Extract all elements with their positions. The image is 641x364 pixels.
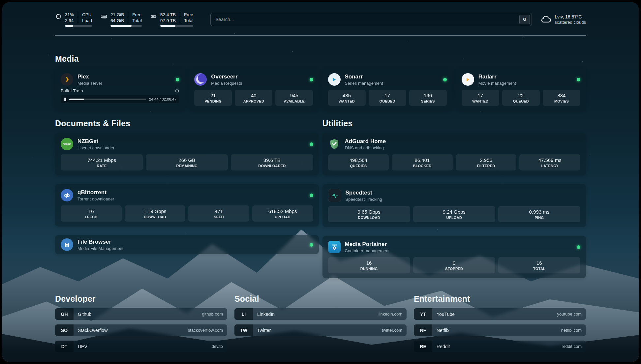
weather-condition: scattered clouds <box>555 20 586 25</box>
stat-label: LEECH <box>62 215 120 219</box>
card-header: nzbget NZBGet Usenet downloader <box>61 138 313 150</box>
stat-label: STOPPED <box>414 267 494 271</box>
search-bar[interactable]: G <box>210 13 532 26</box>
settings-gear-icon[interactable]: ⚙ <box>175 88 179 93</box>
stat-value: 39.6 TB <box>232 157 312 163</box>
bookmark-github[interactable]: GH Github github.com <box>55 308 227 320</box>
section-title-documents: Documents & Files <box>55 119 319 128</box>
plex-icon[interactable] <box>61 73 73 86</box>
bookmark-netflix[interactable]: NF Netflix netflix.com <box>414 324 586 336</box>
bookmark-twitter[interactable]: TW Twitter twitter.com <box>234 324 407 336</box>
stat-value: 0 <box>414 260 494 266</box>
overseerr-icon[interactable] <box>194 73 207 86</box>
app-subtitle: Usenet downloader <box>77 145 114 150</box>
sonarr-icon[interactable] <box>328 73 341 86</box>
ram-usage-fill <box>110 25 132 27</box>
app-card-radarr[interactable]: Radarr Movie management 17 WANTED 22 QUE… <box>456 68 586 111</box>
stat-value: 21 <box>196 93 230 98</box>
app-card-sonarr[interactable]: Sonarr Series management 485 WANTED 17 Q… <box>322 68 452 111</box>
pause-button[interactable] <box>64 98 66 101</box>
bookmark-reddit[interactable]: RE Reddit reddit.com <box>414 341 586 352</box>
bookmark-url: github.com <box>202 312 223 317</box>
bookmark-youtube[interactable]: YT YouTube youtube.com <box>414 308 586 320</box>
ram-icon <box>101 13 107 20</box>
portainer-icon[interactable] <box>328 241 341 253</box>
bookmark-stackoverflow[interactable]: SO StackOverflow stackoverflow.com <box>55 324 227 336</box>
search-input[interactable] <box>211 17 532 22</box>
stat-value: 47.569 ms <box>521 157 579 163</box>
speedtest-icon[interactable] <box>328 189 341 202</box>
adguard-icon[interactable] <box>328 138 341 150</box>
stat-value: 196 <box>411 93 445 98</box>
playback-time: 24:44 / 02:06:47 <box>149 97 176 101</box>
card-header: Speedtest Speedtest Tracking <box>328 189 581 202</box>
stat-label: UPLOAD <box>254 215 312 219</box>
stat-ping: 0.993 ms PING <box>498 206 580 222</box>
stat-value: 22 <box>504 93 538 98</box>
media-card-row: Plex Media server Bullet Train ⚙ <box>55 68 586 111</box>
stat-label: REMAINING <box>147 164 227 168</box>
stat-value: 2,956 <box>457 157 515 163</box>
bookmark-dev[interactable]: DT DEV dev.to <box>55 341 227 352</box>
app-subtitle: Torrent downloader <box>77 197 114 201</box>
stat-row: 485 WANTED 17 QUEUED 196 SERIES <box>328 86 447 106</box>
app-name: Media Portainer <box>345 241 390 248</box>
stat-download: 9.65 Gbps DOWNLOAD <box>328 206 410 222</box>
stat-approved: 40 APPROVED <box>235 90 272 106</box>
middle-zone: Documents & Files nzbget NZBGet Usenet d… <box>55 119 586 278</box>
ram-total-value: 64 GiB <box>110 18 124 23</box>
stat-label: BLOCKED <box>393 164 451 168</box>
stat-label: WANTED <box>463 99 498 103</box>
playback-progress[interactable] <box>69 99 146 100</box>
app-card-filebrowser[interactable]: File Browser Media File Management <box>55 235 319 254</box>
cpu-load-value: 2.94 <box>65 18 74 23</box>
disk-usage-bar <box>160 25 194 27</box>
status-dot <box>443 78 447 81</box>
disk-free-label: Free <box>180 12 194 17</box>
stat-label: QUERIES <box>329 164 388 168</box>
bookmark-abbr: LI <box>234 308 253 320</box>
stat-filtered: 2,956 FILTERED <box>456 154 517 170</box>
app-card-speedtest[interactable]: Speedtest Speedtest Tracking 9.65 Gbps D… <box>322 184 586 227</box>
bookmark-name: YouTube <box>437 312 455 317</box>
app-card-portainer[interactable]: Media Portainer Container management 16 … <box>322 236 586 278</box>
app-card-overseerr[interactable]: Overseerr Media Requests 21 PENDING 40 A… <box>189 68 319 111</box>
bookmark-abbr: TW <box>234 324 253 336</box>
bookmark-abbr: RE <box>414 341 432 352</box>
app-card-nzbget[interactable]: nzbget NZBGet Usenet downloader 744.21 M… <box>55 133 319 175</box>
nzbget-icon[interactable]: nzbget <box>61 138 73 150</box>
app-subtitle: Series management <box>345 81 383 86</box>
stat-value: 9.65 Gbps <box>329 209 409 215</box>
bookmark-url: youtube.com <box>557 312 582 317</box>
cpu-usage-bar <box>65 25 92 27</box>
bookmark-name: Netflix <box>437 328 449 333</box>
stat-label: PENDING <box>196 99 230 103</box>
app-subtitle: Media Requests <box>211 81 242 86</box>
card-header: AdGuard Home DNS and adblocking <box>328 138 581 150</box>
stat-value: 744.21 Mbps <box>62 157 141 163</box>
filebrowser-icon[interactable] <box>61 238 73 251</box>
stat-movies: 834 MOVIES <box>543 90 580 106</box>
search-engine-button[interactable]: G <box>519 15 530 24</box>
stat-value: 1.19 Gbps <box>126 208 184 214</box>
section-media: Media Plex Media server <box>55 54 586 111</box>
stat-label: TOTAL <box>500 267 579 271</box>
card-header: File Browser Media File Management <box>61 238 313 251</box>
app-card-qbittorrent[interactable]: qb qBittorrent Torrent downloader 16 LEE… <box>55 184 319 227</box>
section-title-developer: Developer <box>55 294 227 304</box>
app-card-adguard[interactable]: AdGuard Home DNS and adblocking 498,564 … <box>322 133 586 175</box>
app-subtitle: Media server <box>77 81 102 86</box>
app-name: Overseerr <box>211 74 242 80</box>
stat-queued: 17 QUEUED <box>369 90 406 106</box>
stat-label: RUNNING <box>329 267 409 271</box>
stat-upload: 9.24 Gbps UPLOAD <box>413 206 495 222</box>
app-name: Plex <box>77 74 102 80</box>
bookmark-name: LinkedIn <box>257 312 275 317</box>
card-header: Sonarr Series management <box>328 73 447 86</box>
stat-row: 21 PENDING 40 APPROVED 945 AVAILABLE <box>194 86 313 106</box>
ram-widget: 21 GiB Free 64 GiB Total <box>101 12 142 27</box>
bookmark-linkedin[interactable]: LI LinkedIn linkedin.com <box>234 308 407 320</box>
qbittorrent-icon[interactable]: qb <box>61 189 73 201</box>
radarr-icon[interactable] <box>462 73 474 86</box>
app-card-plex[interactable]: Plex Media server Bullet Train ⚙ <box>55 68 185 111</box>
